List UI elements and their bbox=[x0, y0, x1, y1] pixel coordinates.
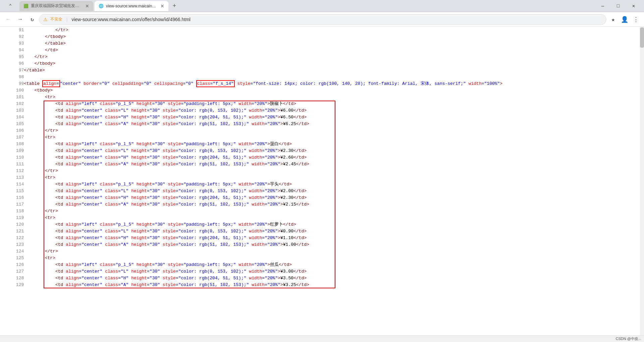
line-code: <tr> bbox=[24, 215, 644, 221]
line-code: </tr> bbox=[24, 127, 644, 134]
line-code: <td align="center" class="A" height="30"… bbox=[24, 121, 644, 127]
code-line: 108 <td align="left" class="p_l_5" heigh… bbox=[0, 141, 644, 148]
code-line: 118 </tr> bbox=[0, 208, 644, 215]
line-number: 96 bbox=[0, 60, 24, 67]
tab-2[interactable]: 🌐 view-source:www.maicainan.c... ✕ bbox=[95, 1, 168, 11]
line-number: 123 bbox=[0, 241, 24, 248]
line-number: 121 bbox=[0, 228, 24, 235]
minimize-button[interactable]: — bbox=[595, 0, 610, 12]
line-code: </table> bbox=[24, 67, 644, 74]
line-code: <td align="left" class="p_l_5" height="3… bbox=[24, 221, 644, 228]
tab-2-close[interactable]: ✕ bbox=[160, 3, 164, 9]
code-line: 114 <td align="left" class="p_l_5" heigh… bbox=[0, 181, 644, 188]
line-number: 120 bbox=[0, 221, 24, 228]
code-line: 121 <td align="center" class="L" height=… bbox=[0, 228, 644, 235]
security-icon: ⚠ bbox=[43, 17, 48, 22]
line-number: 124 bbox=[0, 248, 24, 255]
code-line: 95 </tr> bbox=[0, 54, 644, 60]
line-code: </tr> bbox=[24, 208, 644, 215]
line-code: <td align="center" class="A" height="30"… bbox=[24, 201, 644, 208]
code-line: 99<table align="center" border="0" cellp… bbox=[0, 80, 644, 87]
back-button[interactable]: ← bbox=[3, 14, 13, 25]
new-tab-button[interactable]: + bbox=[170, 1, 179, 11]
line-code: <td align="center" class="L" height="30"… bbox=[24, 188, 644, 194]
line-code: </tbody> bbox=[24, 34, 644, 40]
line-code: <td align="center" class="H" height="30"… bbox=[24, 194, 644, 201]
line-number: 114 bbox=[0, 181, 24, 188]
line-code: <td align="center" class="H" height="30"… bbox=[24, 154, 644, 161]
line-number: 95 bbox=[0, 54, 24, 60]
nav-right-buttons: ★ 👤 ⋮ bbox=[608, 14, 641, 25]
overlay-container: 91 </tr>92 </tbody>93 </table>94 </td>95… bbox=[0, 27, 644, 288]
code-line: 129 <td align="center" class="A" height=… bbox=[0, 282, 644, 288]
reload-button[interactable]: ↻ bbox=[27, 14, 38, 25]
line-number: 125 bbox=[0, 255, 24, 262]
code-line: 124 </tr> bbox=[0, 248, 644, 255]
line-number: 115 bbox=[0, 188, 24, 194]
code-line: 110 <td align="center" class="H" height=… bbox=[0, 154, 644, 161]
line-code: <tr> bbox=[24, 94, 644, 101]
line-code: <td align="center" class="L" height="30"… bbox=[24, 107, 644, 114]
line-number: 103 bbox=[0, 107, 24, 114]
menu-button[interactable]: ⋮ bbox=[631, 14, 641, 25]
forward-button[interactable]: → bbox=[15, 14, 25, 25]
line-code: </tr> bbox=[24, 27, 644, 34]
tab-2-label: view-source:www.maicainan.c... bbox=[106, 4, 158, 8]
tab-1[interactable]: 🟩 重庆双福国际农贸城批发市场 [基... ✕ bbox=[19, 1, 93, 11]
line-code: <td align="center" class="H" height="30"… bbox=[24, 275, 644, 282]
line-number: 122 bbox=[0, 235, 24, 241]
code-line: 126 <td align="left" class="p_l_5" heigh… bbox=[0, 262, 644, 268]
line-number: 94 bbox=[0, 47, 24, 54]
line-number: 128 bbox=[0, 275, 24, 282]
line-code: <tr> bbox=[24, 255, 644, 262]
line-number: 98 bbox=[0, 74, 24, 80]
line-code: </td> bbox=[24, 47, 644, 54]
scrollbar-track[interactable] bbox=[640, 27, 644, 335]
code-line: 111 <td align="center" class="A" height=… bbox=[0, 161, 644, 168]
line-number: 119 bbox=[0, 215, 24, 221]
tab-1-label: 重庆双福国际农贸城批发市场 [基... bbox=[31, 3, 83, 9]
line-number: 101 bbox=[0, 94, 24, 101]
line-code: <td align="center" class="A" height="30"… bbox=[24, 241, 644, 248]
line-number: 118 bbox=[0, 208, 24, 215]
tab-scroll-left[interactable]: ⌃ bbox=[3, 0, 18, 12]
line-number: 97 bbox=[0, 67, 24, 74]
line-code: <tr> bbox=[24, 174, 644, 181]
code-line: 101 <tr> bbox=[0, 94, 644, 101]
bookmark-button[interactable]: ★ bbox=[608, 14, 619, 25]
code-line: 98 bbox=[0, 74, 644, 80]
separator: | bbox=[66, 17, 67, 22]
code-line: 123 <td align="center" class="A" height=… bbox=[0, 241, 644, 248]
tab-1-close[interactable]: ✕ bbox=[85, 3, 89, 9]
line-code: </tbody> bbox=[24, 60, 644, 67]
line-code: </tr> bbox=[24, 248, 644, 255]
tab-1-favicon: 🟩 bbox=[23, 4, 28, 8]
navigation-bar: ← → ↻ ⚠ 不安全 | view-source:www.maicainan.… bbox=[0, 12, 644, 27]
line-number: 109 bbox=[0, 148, 24, 154]
code-line: 125 <tr> bbox=[0, 255, 644, 262]
address-bar[interactable]: ⚠ 不安全 | view-source:www.maicainan.com/of… bbox=[39, 14, 606, 25]
not-secure-label: 不安全 bbox=[50, 16, 62, 22]
url-text: view-source:www.maicainan.com/offer/show… bbox=[71, 17, 602, 22]
close-button[interactable]: ✕ bbox=[626, 0, 641, 12]
profile-button[interactable]: 👤 bbox=[619, 14, 630, 25]
code-line: 109 <td align="center" class="L" height=… bbox=[0, 148, 644, 154]
code-line: 104 <td align="center" class="H" height=… bbox=[0, 114, 644, 121]
line-number: 99 bbox=[0, 80, 24, 87]
line-code: <td align="left" class="p_l_5" height="3… bbox=[24, 101, 644, 107]
line-number: 108 bbox=[0, 141, 24, 148]
line-number: 105 bbox=[0, 121, 24, 127]
line-code: <td align="left" class="p_l_5" height="3… bbox=[24, 262, 644, 268]
line-code: <td align="center" class="L" height="30"… bbox=[24, 268, 644, 275]
line-number: 100 bbox=[0, 87, 24, 94]
scrollbar-thumb[interactable] bbox=[640, 27, 644, 48]
code-line: 127 <td align="center" class="L" height=… bbox=[0, 268, 644, 275]
maximize-button[interactable]: □ bbox=[610, 0, 626, 12]
title-bar: ⌃ 🟩 重庆双福国际农贸城批发市场 [基... ✕ 🌐 view-source:… bbox=[0, 0, 644, 12]
status-bar: CSDN @中疫... bbox=[0, 335, 644, 342]
line-number: 112 bbox=[0, 168, 24, 174]
line-code: <td align="center" class="H" height="30"… bbox=[24, 235, 644, 241]
line-number: 106 bbox=[0, 127, 24, 134]
line-number: 104 bbox=[0, 114, 24, 121]
code-line: 119 <tr> bbox=[0, 215, 644, 221]
